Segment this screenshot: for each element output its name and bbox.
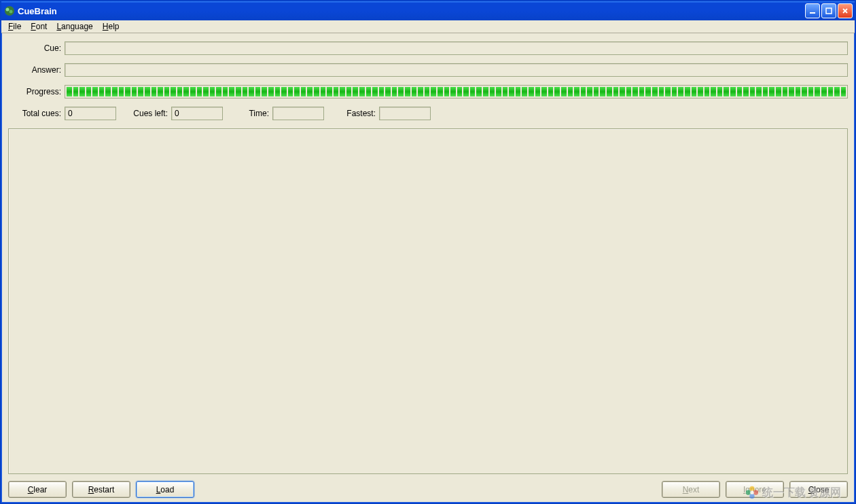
right-button-group: Next Ignore Close: [662, 481, 848, 497]
total-cues-label: Total cues:: [8, 109, 65, 118]
time-label: Time:: [236, 109, 272, 118]
load-button[interactable]: Load: [136, 481, 194, 498]
menu-bar: File Font Language Help: [1, 20, 855, 33]
cues-left-value: 0: [171, 107, 223, 120]
close-window-button[interactable]: [838, 3, 853, 18]
cue-label: Cue:: [8, 43, 65, 53]
window-title: CueBrain: [18, 6, 57, 16]
fastest-label: Fastest:: [338, 109, 379, 118]
svg-point-2: [10, 10, 13, 14]
main-text-area[interactable]: [8, 128, 848, 474]
minimize-button[interactable]: [805, 3, 820, 18]
answer-input[interactable]: [65, 63, 848, 77]
answer-label: Answer:: [8, 65, 65, 75]
menu-file[interactable]: File: [4, 21, 25, 32]
next-button[interactable]: Next: [662, 481, 720, 498]
maximize-button[interactable]: [821, 3, 836, 18]
close-button[interactable]: Close: [789, 481, 848, 498]
cues-left-label: Cues left:: [130, 109, 171, 118]
app-icon: [4, 5, 15, 16]
svg-rect-3: [810, 12, 815, 14]
fastest-value: [379, 107, 431, 120]
cue-input[interactable]: [65, 41, 848, 55]
svg-rect-4: [826, 8, 832, 14]
left-button-group: Clear Restart Load: [8, 481, 194, 497]
time-value: [272, 107, 324, 120]
menu-font[interactable]: Font: [26, 21, 51, 32]
ignore-button[interactable]: Ignore: [726, 481, 784, 498]
total-cues-value: 0: [65, 107, 116, 120]
content-area: Cue: Answer: Progress: Total cues: 0 Cue…: [1, 33, 855, 503]
app-window: CueBrain File Font Language Help Cue: An…: [0, 0, 856, 504]
restart-button[interactable]: Restart: [72, 481, 130, 498]
title-bar[interactable]: CueBrain: [1, 1, 855, 20]
progress-bar: [65, 85, 848, 98]
clear-button[interactable]: Clear: [8, 481, 67, 498]
menu-language[interactable]: Language: [52, 21, 96, 32]
menu-help[interactable]: Help: [99, 21, 124, 32]
svg-point-1: [6, 8, 10, 12]
progress-label: Progress:: [8, 87, 65, 96]
window-controls: [805, 3, 853, 18]
